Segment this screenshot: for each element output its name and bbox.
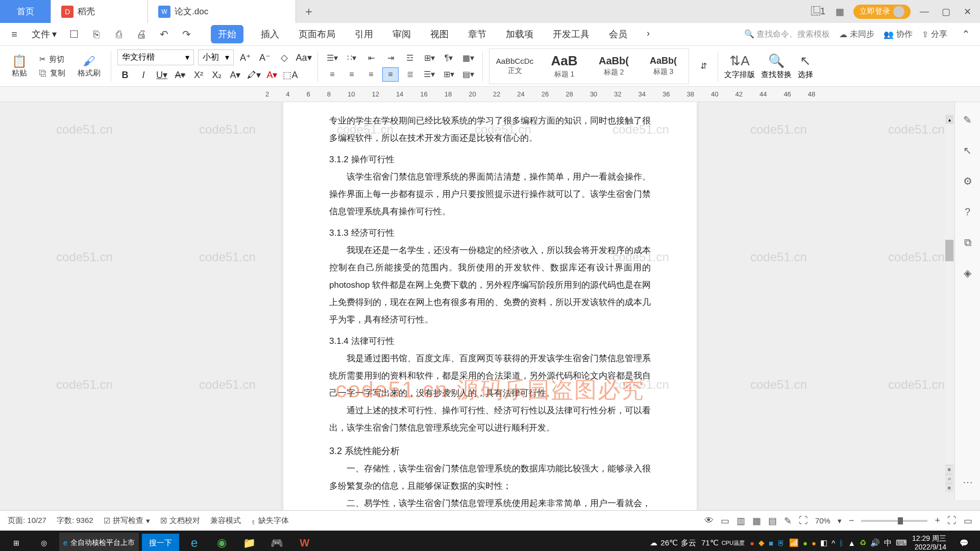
increase-indent-button[interactable]: ⇥ (382, 51, 399, 65)
print-icon[interactable]: ⎙ (110, 25, 128, 43)
sort-button[interactable]: ☲ (402, 51, 418, 65)
template-icon[interactable]: ⧉ (960, 235, 975, 250)
increase-font-icon[interactable]: A⁺ (238, 50, 253, 65)
sync-status[interactable]: ☁未同步 (839, 29, 874, 40)
apps-icon[interactable]: ▦ (832, 4, 847, 19)
style-heading2[interactable]: AaBb(标题 2 (590, 50, 638, 83)
cpu-temp-widget[interactable]: 71℃ CPU温度 (701, 538, 745, 547)
show-marks-button[interactable]: ¶▾ (440, 51, 457, 65)
format-painter-button[interactable]: 🖌格式刷 (74, 52, 105, 80)
para-shading-button[interactable]: ▤▾ (460, 67, 476, 82)
copy-button[interactable]: ⿻复制 (37, 67, 67, 79)
char-border-button[interactable]: ⬚A (283, 67, 298, 83)
taskbar-search[interactable]: 搜一下 (142, 534, 179, 551)
style-heading3[interactable]: AaBb(标题 3 (639, 50, 688, 83)
file-menu[interactable]: 文件▾ (32, 28, 57, 40)
text-effects-button[interactable]: A▾ (228, 67, 243, 83)
outline-view-icon[interactable]: ▤ (768, 515, 777, 527)
scroll-up-button[interactable]: ▴ (945, 115, 953, 124)
maximize-button[interactable]: ▢ (938, 4, 953, 19)
markup-icon[interactable]: ✎ (784, 515, 792, 527)
menu-tab-more[interactable]: › (645, 25, 652, 43)
align-left-button[interactable]: ≡ (324, 67, 340, 82)
print-preview-icon[interactable]: 🖨 (132, 25, 151, 43)
tab-docer[interactable]: D 稻壳 (51, 0, 148, 23)
cut-button[interactable]: ✂剪切 (37, 54, 67, 65)
font-size-select[interactable]: 小初▾ (198, 49, 234, 65)
tabs-button[interactable]: ⊞▾ (421, 51, 437, 65)
tab-document[interactable]: W 论文.doc (148, 0, 296, 23)
tray-icon[interactable]: ⛨ (777, 539, 785, 547)
tab-add-button[interactable]: + (296, 0, 322, 23)
zoom-thumb[interactable] (898, 517, 903, 524)
hamburger-icon[interactable]: ≡ (5, 25, 23, 43)
spell-check[interactable]: ☑ 拼写检查 ▾ (104, 516, 150, 525)
strikethrough-button[interactable]: A▾ (173, 67, 188, 83)
taskbar-clock[interactable]: 12:29 周三 2022/9/14 (912, 534, 946, 551)
distribute-button[interactable]: ≣ (402, 67, 418, 82)
reading-view-icon[interactable]: ▭ (721, 515, 729, 527)
taskbar-browser2[interactable]: ◉ (210, 533, 234, 551)
compat-mode[interactable]: 兼容模式 (210, 516, 241, 525)
menu-tab-dev[interactable]: 开发工具 (551, 25, 592, 43)
menu-tab-member[interactable]: 会员 (607, 25, 629, 43)
eye-icon[interactable]: 👁 (704, 515, 714, 526)
minimize-button[interactable]: — (917, 4, 932, 19)
justify-button[interactable]: ≡ (382, 67, 399, 82)
style-normal[interactable]: AaBbCcDc正文 (491, 50, 539, 83)
tray-icon[interactable]: ■ (769, 539, 773, 547)
search-command[interactable]: 🔍 查找命令、搜索模板 (744, 29, 830, 40)
taskbar-browser[interactable]: e全自动核检平台上市 (59, 533, 139, 551)
underline-button[interactable]: U▾ (154, 67, 169, 83)
undo-icon[interactable]: ↶ (155, 25, 173, 43)
bullets-button[interactable]: ☰▾ (324, 51, 340, 65)
export-icon[interactable]: ⎘ (87, 25, 106, 43)
scroll-marker[interactable]: ○ (945, 474, 953, 483)
superscript-button[interactable]: X² (191, 67, 206, 83)
decrease-indent-button[interactable]: ⇤ (363, 51, 379, 65)
menu-tab-review[interactable]: 审阅 (390, 25, 413, 43)
menu-tab-section[interactable]: 章节 (466, 25, 488, 43)
zoom-in-button[interactable]: + (935, 515, 940, 526)
tray-icon[interactable]: ● (750, 539, 754, 547)
chevron-up-icon[interactable]: ^ (831, 539, 835, 547)
fullscreen-icon[interactable]: ⛶ (947, 515, 957, 526)
proofread[interactable]: ☒ 文档校对 (160, 516, 200, 525)
scrollbar[interactable]: ▴ ≡ ○ ≡ (945, 115, 953, 492)
style-more-button[interactable]: ⇵ (695, 59, 712, 73)
missing-font[interactable]: ⍷ 缺失字体 (251, 516, 289, 525)
notification-center[interactable]: 💬 (951, 533, 976, 551)
pen-tool-icon[interactable]: ✎ (960, 112, 975, 128)
select-button[interactable]: ↖选择 (798, 53, 813, 80)
share-button[interactable]: ⇪分享 (922, 29, 947, 40)
select-tool-icon[interactable]: ↖ (960, 143, 975, 158)
keyboard-icon[interactable]: ⌨ (896, 538, 907, 547)
bluetooth-icon[interactable]: ᛒ (839, 539, 844, 547)
paste-button[interactable]: 📋粘贴 (8, 52, 31, 80)
tray-icon[interactable]: ◧ (820, 538, 827, 547)
tray-icon[interactable]: ◆ (758, 538, 765, 547)
italic-button[interactable]: I (136, 67, 151, 83)
weather-widget[interactable]: ☁ 26℃ 多云 (650, 538, 696, 548)
web-view-icon[interactable]: ▦ (752, 515, 761, 527)
tray-icon[interactable]: ♻ (860, 538, 866, 547)
menu-tab-start[interactable]: 开始 (211, 25, 243, 43)
align-right-button[interactable]: ≡ (363, 67, 379, 82)
fit-width-icon[interactable]: ▭ (964, 515, 972, 527)
more-icon[interactable]: ⋯ (960, 474, 975, 490)
collab-button[interactable]: 👥协作 (884, 29, 913, 40)
scroll-thumb[interactable] (945, 240, 953, 261)
volume-icon[interactable]: 🔊 (870, 538, 880, 547)
menu-tab-view[interactable]: 视图 (428, 25, 451, 43)
zoom-value[interactable]: 70% (815, 516, 830, 525)
login-button[interactable]: 立即登录 (853, 5, 911, 19)
ruler[interactable]: 2 4 6 8 10 12 14 16 18 20 22 24 26 28 30… (0, 87, 980, 102)
menu-tab-layout[interactable]: 页面布局 (297, 25, 337, 43)
word-count[interactable]: 字数: 9362 (57, 516, 93, 525)
settings-icon[interactable]: ⚙ (960, 173, 975, 189)
style-gallery[interactable]: AaBbCcDc正文 AaB标题 1 AaBb(标题 2 AaBb(标题 3 (489, 48, 689, 84)
help-icon[interactable]: ? (960, 204, 975, 219)
tray-icon[interactable]: ● (812, 539, 816, 547)
borders-button[interactable]: ⊞▾ (440, 67, 457, 82)
tray-icon[interactable]: ▲ (848, 539, 855, 547)
